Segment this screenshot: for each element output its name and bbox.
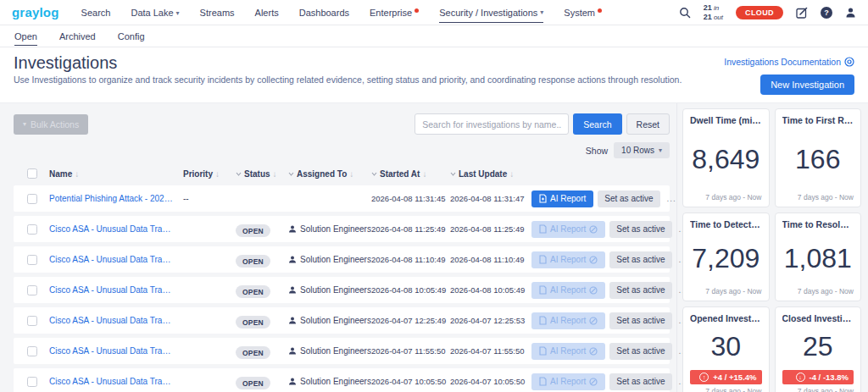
table-row: Cisco ASA - Unusual Data Transfer (Auto …	[14, 277, 670, 303]
sort-icon[interactable]: ↓	[349, 169, 353, 179]
search-button[interactable]: Search	[573, 113, 621, 135]
ai-report-button-disabled[interactable]: AI Report	[531, 312, 605, 329]
metric-title: Opened Investigations	[690, 313, 762, 323]
filter-chevron-icon[interactable]	[371, 172, 377, 176]
column-header-assigned-to[interactable]: Assigned To↓	[288, 169, 371, 179]
ai-report-button-disabled[interactable]: AI Report	[531, 282, 605, 299]
column-header-started-at[interactable]: Started At↓	[371, 169, 450, 179]
row-actions: AI Report Set as active ...	[531, 343, 694, 360]
table-toolbar: ▾ Bulk Actions Search Reset	[14, 113, 670, 135]
last-update-cell: 2026-04-08 11:10:49	[450, 255, 531, 264]
column-header-last-update[interactable]: Last Update↓	[450, 169, 531, 179]
nav-item-streams[interactable]: Streams	[200, 3, 235, 22]
column-header-status[interactable]: Status↓	[236, 169, 288, 179]
column-header-priority[interactable]: Priority↓	[183, 169, 236, 179]
nav-item-data-lake[interactable]: Data Lake▾	[131, 3, 179, 22]
metric-range: 7 days ago - Now	[782, 287, 854, 295]
tab-archived[interactable]: Archived	[59, 27, 96, 45]
ai-report-button-disabled[interactable]: AI Report	[531, 373, 605, 390]
investigation-name-link[interactable]: Potential Phishing Attack - 2026-04-08	[49, 194, 183, 203]
filter-chevron-icon[interactable]	[236, 172, 242, 176]
investigation-name-link[interactable]: Cisco ASA - Unusual Data Transfer (Auto …	[49, 377, 183, 386]
metric-value: 166	[782, 144, 854, 175]
show-label: Show	[586, 146, 608, 156]
set-as-active-button[interactable]: Set as active	[609, 343, 671, 360]
metric-range: 7 days ago - Now	[690, 287, 762, 295]
select-all-checkbox[interactable]	[27, 168, 37, 179]
last-update-cell: 2026-04-08 11:25:49	[450, 224, 531, 234]
ai-report-button[interactable]: AI Report	[531, 190, 593, 207]
investigation-name-link[interactable]: Cisco ASA - Unusual Data Transfer (Auto …	[49, 316, 183, 325]
set-as-active-button[interactable]: Set as active	[609, 251, 671, 268]
bulk-actions-button[interactable]: ▾ Bulk Actions	[14, 114, 88, 135]
ai-report-button-disabled[interactable]: AI Report	[531, 251, 605, 268]
graylog-logo[interactable]: graylog	[12, 5, 59, 19]
sort-icon[interactable]: ↓	[273, 169, 277, 179]
reset-button[interactable]: Reset	[626, 113, 670, 135]
metric-card-time-to-resolve[interactable]: Time to Resolve (minu... 1,081 7 days ag…	[775, 213, 862, 301]
row-checkbox[interactable]	[27, 316, 37, 326]
prohibited-icon	[589, 317, 598, 325]
search-icon[interactable]	[679, 7, 691, 19]
throughput-indicator[interactable]: 21 in 21 out	[704, 3, 723, 21]
row-checkbox[interactable]	[27, 255, 37, 265]
status-cell: OPEN	[236, 344, 288, 359]
status-cell: OPEN	[236, 252, 288, 268]
metric-title: Time to First Respons...	[782, 115, 854, 125]
row-checkbox[interactable]	[27, 224, 37, 235]
set-as-active-button[interactable]: Set as active	[609, 221, 671, 238]
team-icon	[288, 347, 297, 355]
set-as-active-button[interactable]: Set as active	[609, 373, 671, 390]
investigation-name-link[interactable]: Cisco ASA - Unusual Data Transfer (Auto …	[49, 285, 183, 295]
help-icon[interactable]: ?	[821, 7, 832, 19]
chevron-down-icon: ▾	[23, 120, 26, 128]
nav-item-enterprise[interactable]: Enterprise	[370, 3, 419, 22]
row-checkbox[interactable]	[27, 377, 37, 387]
set-as-active-button[interactable]: Set as active	[598, 190, 659, 207]
user-icon[interactable]	[845, 7, 856, 18]
filter-chevron-icon[interactable]	[450, 172, 456, 176]
nav-item-system[interactable]: System	[564, 3, 602, 22]
nav-right-controls: 21 in 21 out CLOUD ?	[679, 3, 856, 21]
metric-card-time-to-first-response[interactable]: Time to First Respons... 166 7 days ago …	[775, 108, 862, 207]
nav-item-security-investigations[interactable]: Security / Investigations▾	[439, 3, 543, 23]
sort-icon[interactable]: ↓	[75, 169, 79, 179]
documentation-link[interactable]: Investigations Documentation	[724, 57, 854, 67]
sort-icon[interactable]: ↓	[422, 169, 426, 179]
nav-item-alerts[interactable]: Alerts	[255, 3, 279, 22]
trend-up-icon: ↑	[699, 373, 709, 382]
tab-open[interactable]: Open	[14, 27, 37, 46]
filter-chevron-icon[interactable]	[288, 172, 294, 176]
notification-dot-icon	[598, 8, 602, 13]
tab-config[interactable]: Config	[118, 27, 145, 45]
new-investigation-button[interactable]: New Investigation	[760, 75, 854, 95]
metric-card-closed-investigations[interactable]: Closed Investigations 25 ↓ -4 / -13.8% 7…	[775, 306, 862, 392]
investigation-name-link[interactable]: Cisco ASA - Unusual Data Transfer (Auto …	[49, 255, 183, 264]
metric-title: Closed Investigations	[782, 313, 854, 323]
status-cell: OPEN	[236, 222, 288, 237]
row-checkbox[interactable]	[27, 194, 37, 204]
set-as-active-button[interactable]: Set as active	[609, 312, 671, 329]
ai-report-button-disabled[interactable]: AI Report	[531, 343, 605, 360]
metric-card-time-to-detect[interactable]: Time to Detect (minutes) 7,209 7 days ag…	[682, 213, 770, 301]
set-as-active-button[interactable]: Set as active	[609, 282, 671, 299]
ai-report-button-disabled[interactable]: AI Report	[531, 221, 605, 238]
notification-dot-icon	[415, 8, 419, 13]
nav-item-dashboards[interactable]: Dashboards	[299, 3, 349, 22]
assigned-cell: Solution Engineers	[288, 285, 371, 295]
column-header-name[interactable]: Name↓	[49, 169, 183, 179]
rows-per-page-selector[interactable]: 10 Rows ▾	[614, 142, 670, 158]
nav-item-search[interactable]: Search	[81, 3, 111, 22]
sort-icon[interactable]: ↓	[215, 169, 220, 179]
started-at-cell: 2026-04-08 11:31:45	[371, 194, 450, 203]
compose-icon[interactable]	[796, 7, 808, 19]
sort-icon[interactable]: ↓	[509, 169, 514, 179]
row-checkbox[interactable]	[27, 285, 37, 295]
row-checkbox[interactable]	[27, 346, 37, 356]
investigation-name-link[interactable]: Cisco ASA - Unusual Data Transfer (Auto …	[49, 346, 183, 356]
metric-card-opened-investigations[interactable]: Opened Investigations 30 ↑ +4 / +15.4% 7…	[682, 306, 770, 392]
metric-card-dwell-time[interactable]: Dwell Time (minutes) 8,649 7 days ago - …	[682, 108, 770, 207]
search-input[interactable]	[415, 113, 569, 135]
investigation-name-link[interactable]: Cisco ASA - Unusual Data Transfer (Auto …	[49, 224, 183, 234]
report-file-icon	[539, 346, 547, 356]
